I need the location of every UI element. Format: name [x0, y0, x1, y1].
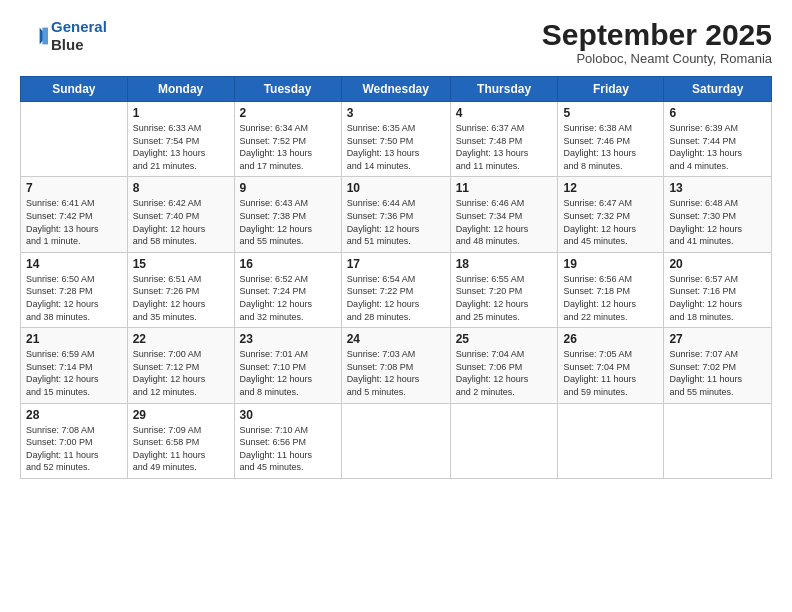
day-number: 6 — [669, 106, 766, 120]
day-number: 21 — [26, 332, 122, 346]
calendar-cell: 22Sunrise: 7:00 AM Sunset: 7:12 PM Dayli… — [127, 328, 234, 403]
calendar-cell: 14Sunrise: 6:50 AM Sunset: 7:28 PM Dayli… — [21, 252, 128, 327]
day-info: Sunrise: 6:46 AM Sunset: 7:34 PM Dayligh… — [456, 197, 553, 247]
weekday-header-row: SundayMondayTuesdayWednesdayThursdayFrid… — [21, 77, 772, 102]
weekday-header-tuesday: Tuesday — [234, 77, 341, 102]
day-info: Sunrise: 6:34 AM Sunset: 7:52 PM Dayligh… — [240, 122, 336, 172]
day-info: Sunrise: 7:08 AM Sunset: 7:00 PM Dayligh… — [26, 424, 122, 474]
day-number: 27 — [669, 332, 766, 346]
day-info: Sunrise: 6:56 AM Sunset: 7:18 PM Dayligh… — [563, 273, 658, 323]
week-row-2: 7Sunrise: 6:41 AM Sunset: 7:42 PM Daylig… — [21, 177, 772, 252]
day-info: Sunrise: 6:38 AM Sunset: 7:46 PM Dayligh… — [563, 122, 658, 172]
day-number: 11 — [456, 181, 553, 195]
header: General Blue September 2025 Poloboc, Nea… — [20, 18, 772, 66]
location-subtitle: Poloboc, Neamt County, Romania — [542, 51, 772, 66]
day-number: 22 — [133, 332, 229, 346]
week-row-4: 21Sunrise: 6:59 AM Sunset: 7:14 PM Dayli… — [21, 328, 772, 403]
calendar-cell: 29Sunrise: 7:09 AM Sunset: 6:58 PM Dayli… — [127, 403, 234, 478]
calendar-cell — [21, 102, 128, 177]
calendar-cell: 26Sunrise: 7:05 AM Sunset: 7:04 PM Dayli… — [558, 328, 664, 403]
calendar-cell: 28Sunrise: 7:08 AM Sunset: 7:00 PM Dayli… — [21, 403, 128, 478]
day-number: 10 — [347, 181, 445, 195]
calendar-cell: 27Sunrise: 7:07 AM Sunset: 7:02 PM Dayli… — [664, 328, 772, 403]
week-row-1: 1Sunrise: 6:33 AM Sunset: 7:54 PM Daylig… — [21, 102, 772, 177]
day-number: 1 — [133, 106, 229, 120]
weekday-header-saturday: Saturday — [664, 77, 772, 102]
day-number: 23 — [240, 332, 336, 346]
day-number: 16 — [240, 257, 336, 271]
calendar-cell: 30Sunrise: 7:10 AM Sunset: 6:56 PM Dayli… — [234, 403, 341, 478]
calendar-cell: 1Sunrise: 6:33 AM Sunset: 7:54 PM Daylig… — [127, 102, 234, 177]
weekday-header-wednesday: Wednesday — [341, 77, 450, 102]
day-info: Sunrise: 7:10 AM Sunset: 6:56 PM Dayligh… — [240, 424, 336, 474]
week-row-5: 28Sunrise: 7:08 AM Sunset: 7:00 PM Dayli… — [21, 403, 772, 478]
day-info: Sunrise: 7:04 AM Sunset: 7:06 PM Dayligh… — [456, 348, 553, 398]
calendar-cell: 15Sunrise: 6:51 AM Sunset: 7:26 PM Dayli… — [127, 252, 234, 327]
day-info: Sunrise: 6:55 AM Sunset: 7:20 PM Dayligh… — [456, 273, 553, 323]
logo-icon — [20, 22, 48, 50]
calendar-cell: 4Sunrise: 6:37 AM Sunset: 7:48 PM Daylig… — [450, 102, 558, 177]
day-info: Sunrise: 6:59 AM Sunset: 7:14 PM Dayligh… — [26, 348, 122, 398]
calendar-cell: 21Sunrise: 6:59 AM Sunset: 7:14 PM Dayli… — [21, 328, 128, 403]
day-info: Sunrise: 7:00 AM Sunset: 7:12 PM Dayligh… — [133, 348, 229, 398]
calendar-cell: 13Sunrise: 6:48 AM Sunset: 7:30 PM Dayli… — [664, 177, 772, 252]
weekday-header-sunday: Sunday — [21, 77, 128, 102]
calendar-cell — [450, 403, 558, 478]
calendar-cell: 19Sunrise: 6:56 AM Sunset: 7:18 PM Dayli… — [558, 252, 664, 327]
calendar-cell: 5Sunrise: 6:38 AM Sunset: 7:46 PM Daylig… — [558, 102, 664, 177]
svg-marker-1 — [42, 28, 48, 45]
day-info: Sunrise: 6:33 AM Sunset: 7:54 PM Dayligh… — [133, 122, 229, 172]
day-number: 4 — [456, 106, 553, 120]
day-number: 25 — [456, 332, 553, 346]
day-number: 12 — [563, 181, 658, 195]
day-info: Sunrise: 7:07 AM Sunset: 7:02 PM Dayligh… — [669, 348, 766, 398]
day-info: Sunrise: 6:42 AM Sunset: 7:40 PM Dayligh… — [133, 197, 229, 247]
day-info: Sunrise: 6:54 AM Sunset: 7:22 PM Dayligh… — [347, 273, 445, 323]
day-info: Sunrise: 6:43 AM Sunset: 7:38 PM Dayligh… — [240, 197, 336, 247]
calendar-cell: 18Sunrise: 6:55 AM Sunset: 7:20 PM Dayli… — [450, 252, 558, 327]
calendar-cell — [664, 403, 772, 478]
day-number: 24 — [347, 332, 445, 346]
day-number: 3 — [347, 106, 445, 120]
title-block: September 2025 Poloboc, Neamt County, Ro… — [542, 18, 772, 66]
day-number: 15 — [133, 257, 229, 271]
calendar-cell: 7Sunrise: 6:41 AM Sunset: 7:42 PM Daylig… — [21, 177, 128, 252]
day-info: Sunrise: 6:44 AM Sunset: 7:36 PM Dayligh… — [347, 197, 445, 247]
day-info: Sunrise: 6:35 AM Sunset: 7:50 PM Dayligh… — [347, 122, 445, 172]
day-info: Sunrise: 7:09 AM Sunset: 6:58 PM Dayligh… — [133, 424, 229, 474]
day-number: 28 — [26, 408, 122, 422]
weekday-header-friday: Friday — [558, 77, 664, 102]
day-info: Sunrise: 6:57 AM Sunset: 7:16 PM Dayligh… — [669, 273, 766, 323]
logo: General Blue — [20, 18, 107, 54]
calendar-cell: 11Sunrise: 6:46 AM Sunset: 7:34 PM Dayli… — [450, 177, 558, 252]
calendar-cell: 2Sunrise: 6:34 AM Sunset: 7:52 PM Daylig… — [234, 102, 341, 177]
page: General Blue September 2025 Poloboc, Nea… — [0, 0, 792, 612]
day-number: 19 — [563, 257, 658, 271]
weekday-header-monday: Monday — [127, 77, 234, 102]
calendar-cell: 24Sunrise: 7:03 AM Sunset: 7:08 PM Dayli… — [341, 328, 450, 403]
calendar-table: SundayMondayTuesdayWednesdayThursdayFrid… — [20, 76, 772, 479]
calendar-cell: 9Sunrise: 6:43 AM Sunset: 7:38 PM Daylig… — [234, 177, 341, 252]
weekday-header-thursday: Thursday — [450, 77, 558, 102]
logo-text: General Blue — [51, 18, 107, 54]
calendar-cell: 6Sunrise: 6:39 AM Sunset: 7:44 PM Daylig… — [664, 102, 772, 177]
day-number: 18 — [456, 257, 553, 271]
day-info: Sunrise: 7:03 AM Sunset: 7:08 PM Dayligh… — [347, 348, 445, 398]
day-info: Sunrise: 6:50 AM Sunset: 7:28 PM Dayligh… — [26, 273, 122, 323]
month-title: September 2025 — [542, 18, 772, 51]
day-info: Sunrise: 6:48 AM Sunset: 7:30 PM Dayligh… — [669, 197, 766, 247]
day-number: 9 — [240, 181, 336, 195]
day-number: 8 — [133, 181, 229, 195]
calendar-cell — [341, 403, 450, 478]
calendar-cell: 16Sunrise: 6:52 AM Sunset: 7:24 PM Dayli… — [234, 252, 341, 327]
calendar-cell: 23Sunrise: 7:01 AM Sunset: 7:10 PM Dayli… — [234, 328, 341, 403]
day-info: Sunrise: 6:51 AM Sunset: 7:26 PM Dayligh… — [133, 273, 229, 323]
day-number: 26 — [563, 332, 658, 346]
calendar-cell: 8Sunrise: 6:42 AM Sunset: 7:40 PM Daylig… — [127, 177, 234, 252]
day-number: 29 — [133, 408, 229, 422]
calendar-cell — [558, 403, 664, 478]
calendar-cell: 17Sunrise: 6:54 AM Sunset: 7:22 PM Dayli… — [341, 252, 450, 327]
day-info: Sunrise: 6:37 AM Sunset: 7:48 PM Dayligh… — [456, 122, 553, 172]
day-number: 7 — [26, 181, 122, 195]
day-number: 30 — [240, 408, 336, 422]
